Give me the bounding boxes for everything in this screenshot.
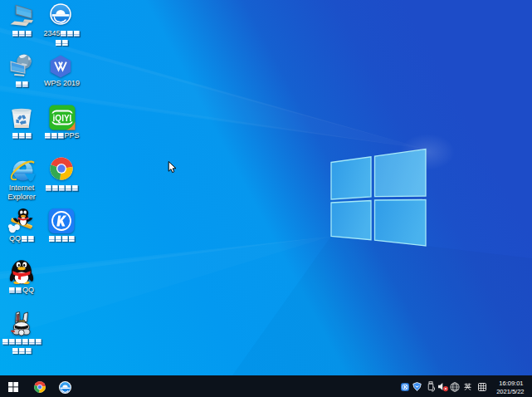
svg-text:iQIYI: iQIYI (52, 114, 71, 123)
